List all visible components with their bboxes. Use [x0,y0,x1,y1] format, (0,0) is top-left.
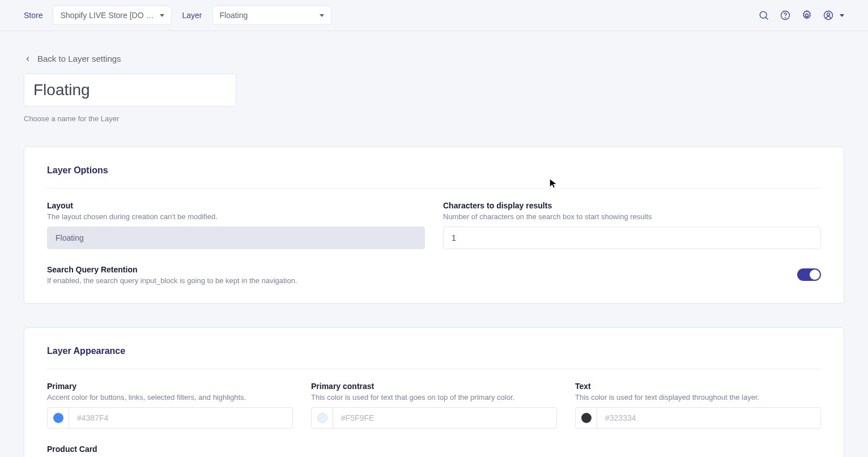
layer-options-title: Layer Options [47,165,821,189]
layout-sub: The layout chosen during creation can't … [47,212,425,221]
contrast-swatch [317,413,327,423]
retention-sub: If enabled, the search query input_block… [47,276,797,285]
search-icon[interactable] [758,10,769,21]
text-swatch [581,413,592,423]
text-swatch-box[interactable] [576,408,597,428]
primary-color-field: Primary Accent color for buttons, links,… [47,382,293,429]
contrast-label: Primary contrast [311,382,557,391]
text-label: Text [575,382,821,391]
toggle-knob [810,270,820,280]
layout-label: Layout [47,201,425,210]
user-menu[interactable] [823,10,844,21]
primary-label: Primary [47,382,293,391]
layer-appearance-title: Layer Appearance [47,346,821,369]
svg-point-0 [760,11,767,18]
text-sub: This color is used for text displayed th… [575,393,821,402]
chars-field: Characters to display results Number of … [443,201,821,249]
back-link[interactable]: Back to Layer settings [24,54,844,63]
primary-swatch-box[interactable] [48,408,69,428]
primary-sub: Accent color for buttons, links, selecte… [47,393,293,402]
layer-name-helper: Choose a name for the Layer [24,114,844,123]
layout-value: Floating [47,227,425,249]
retention-label: Search Query Retention [47,265,797,274]
help-icon[interactable] [780,10,791,21]
layer-dropdown[interactable]: Floating [212,6,331,25]
retention-row: Search Query Retention If enabled, the s… [47,265,821,285]
text-color-input[interactable] [575,407,821,429]
contrast-swatch-box[interactable] [312,408,333,428]
layer-options-card: Layer Options Layout The layout chosen d… [24,147,844,304]
layout-field: Layout The layout chosen during creation… [47,201,425,249]
svg-point-4 [806,14,809,17]
layer-name-input[interactable] [24,74,236,106]
text-hex-input[interactable] [597,408,820,428]
retention-toggle[interactable] [797,268,821,281]
primary-hex-input[interactable] [69,408,292,428]
layer-appearance-card: Layer Appearance Primary Accent color fo… [24,327,844,457]
text-color-field: Text This color is used for text display… [575,382,821,429]
topbar-left: Store Shopify LIVE Store [DO N… Layer Fl… [24,6,331,25]
topbar-right [758,10,844,21]
primary-swatch [53,413,63,423]
primary-color-input[interactable] [47,407,293,429]
contrast-color-field: Primary contrast This color is used for … [311,382,557,429]
chevron-left-icon [24,55,32,63]
svg-point-6 [827,13,830,16]
page-content: Back to Layer settings Choose a name for… [0,31,868,457]
store-label: Store [24,11,42,20]
topbar: Store Shopify LIVE Store [DO N… Layer Fl… [0,0,868,31]
back-link-text: Back to Layer settings [37,54,121,63]
chars-sub: Number of characters on the search box t… [443,212,821,221]
product-card-heading: Product Card [47,445,821,454]
store-dropdown-value: Shopify LIVE Store [DO N… [60,11,156,20]
contrast-hex-input[interactable] [333,408,556,428]
contrast-color-input[interactable] [311,407,557,429]
account-icon [823,10,834,21]
contrast-sub: This color is used for text that goes on… [311,393,557,402]
svg-point-5 [824,11,833,20]
svg-line-1 [766,18,768,20]
caret-down-icon [840,14,844,17]
caret-down-icon [160,14,164,17]
layer-label: Layer [182,11,202,20]
settings-icon[interactable] [801,10,812,21]
chars-label: Characters to display results [443,201,821,210]
svg-point-3 [785,18,786,18]
layer-dropdown-value: Floating [220,11,248,20]
chars-input[interactable] [443,227,821,249]
caret-down-icon [320,14,324,17]
store-dropdown[interactable]: Shopify LIVE Store [DO N… [53,6,172,25]
